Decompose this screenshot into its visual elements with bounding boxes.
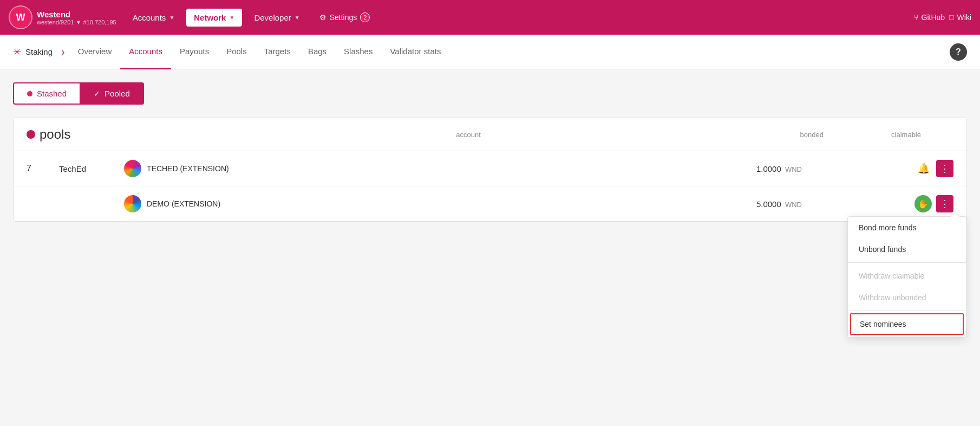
developer-chevron-icon: ▼ bbox=[295, 15, 300, 21]
logo-area[interactable]: W Westend westend/9201 ▼ #10,720,195 bbox=[9, 5, 116, 29]
settings-badge: 2 bbox=[360, 12, 370, 22]
github-btn[interactable]: ⑂ GitHub bbox=[914, 13, 945, 22]
node-info: westend/9201 ▼ #10,720,195 bbox=[37, 19, 116, 25]
check-icon: ✓ bbox=[94, 89, 100, 98]
table-row: 7 TechEd TECHED (EXTENSION) 1.0000 WND 🔔… bbox=[14, 151, 966, 186]
network-nav-btn[interactable]: Network ▼ bbox=[186, 9, 242, 27]
view-toggle-bar: Stashed ✓ Pooled bbox=[13, 82, 967, 105]
developer-nav-btn[interactable]: Developer ▼ bbox=[246, 9, 307, 27]
tab-pools[interactable]: Pools bbox=[218, 35, 256, 69]
accounts-nav-btn[interactable]: Accounts ▼ bbox=[125, 9, 182, 27]
staking-icon: ✳ bbox=[13, 46, 21, 58]
hand-icon-btn[interactable]: ✋ bbox=[914, 195, 932, 212]
pooled-toggle-btn[interactable]: ✓ Pooled bbox=[81, 82, 144, 105]
row-actions: 🔔 ⋮ bbox=[910, 160, 953, 177]
settings-nav-btn[interactable]: ⚙ Settings 2 bbox=[312, 8, 378, 27]
stashed-toggle-btn[interactable]: Stashed bbox=[13, 82, 81, 105]
staking-section-label: ✳ Staking bbox=[13, 46, 53, 58]
tab-targets[interactable]: Targets bbox=[256, 35, 299, 69]
main-content: Stashed ✓ Pooled pools account bonded cl… bbox=[0, 69, 980, 426]
settings-gear-icon: ⚙ bbox=[319, 13, 326, 22]
pools-table: pools account bonded claimable 7 TechEd … bbox=[13, 118, 967, 222]
accounts-chevron-icon: ▼ bbox=[169, 15, 174, 21]
logo-icon: W bbox=[9, 5, 32, 29]
tab-accounts[interactable]: Accounts bbox=[120, 35, 171, 69]
account-item-2: DEMO (EXTENSION) bbox=[124, 195, 715, 212]
network-name: Westend bbox=[37, 10, 116, 19]
help-button[interactable]: ? bbox=[950, 43, 967, 61]
wiki-icon: □ bbox=[949, 13, 953, 22]
tab-payouts[interactable]: Payouts bbox=[171, 35, 218, 69]
account-avatar-2 bbox=[124, 195, 141, 212]
menu-item-unbond[interactable]: Unbond funds bbox=[848, 238, 966, 260]
pool-number: 7 bbox=[27, 164, 59, 173]
table-row: DEMO (EXTENSION) 5.0000 WND ✋ ⋮ Bond mor… bbox=[14, 186, 966, 221]
pools-dot-icon bbox=[27, 130, 35, 139]
nav-arrow-icon: › bbox=[61, 46, 65, 58]
context-dropdown-menu: Bond more funds Unbond funds Withdraw cl… bbox=[847, 216, 966, 338]
menu-item-set-nominees[interactable]: Set nominees bbox=[850, 313, 964, 335]
pool-name: TechEd bbox=[59, 164, 124, 173]
account-name: TECHED (EXTENSION) bbox=[147, 164, 229, 173]
menu-divider-2 bbox=[848, 311, 966, 311]
tab-overview[interactable]: Overview bbox=[69, 35, 121, 69]
more-options-btn-2[interactable]: ⋮ bbox=[936, 195, 953, 212]
row-actions-2: ✋ ⋮ bbox=[910, 195, 953, 212]
logo-text: Westend westend/9201 ▼ #10,720,195 bbox=[37, 10, 116, 25]
account-avatar bbox=[124, 160, 141, 177]
tab-bags[interactable]: Bags bbox=[299, 35, 335, 69]
pool-accounts: TECHED (EXTENSION) bbox=[124, 160, 715, 177]
network-chevron-icon: ▼ bbox=[229, 15, 234, 21]
menu-item-withdraw-unbonded: Withdraw unbonded bbox=[848, 287, 966, 308]
bell-icon-btn[interactable]: 🔔 bbox=[916, 160, 932, 177]
tab-slashes[interactable]: Slashes bbox=[335, 35, 381, 69]
bonded-amount-2: 5.0000 WND bbox=[715, 199, 824, 209]
wiki-btn[interactable]: □ Wiki bbox=[949, 13, 971, 22]
tab-validator-stats[interactable]: Validator stats bbox=[381, 35, 449, 69]
bonded-amount: 1.0000 WND bbox=[715, 164, 824, 173]
top-navigation: W Westend westend/9201 ▼ #10,720,195 Acc… bbox=[0, 0, 980, 35]
menu-item-bond-more[interactable]: Bond more funds bbox=[848, 217, 966, 238]
dropdown-arrow-icon bbox=[951, 212, 959, 217]
account-item: TECHED (EXTENSION) bbox=[124, 160, 715, 177]
pools-section-label: pools bbox=[27, 127, 200, 142]
github-icon: ⑂ bbox=[914, 13, 918, 22]
pool-accounts-2: DEMO (EXTENSION) bbox=[124, 195, 715, 212]
col-header-bonded: bonded bbox=[737, 131, 845, 139]
menu-item-withdraw-claimable: Withdraw claimable bbox=[848, 265, 966, 287]
menu-divider bbox=[848, 262, 966, 263]
col-header-claimable: claimable bbox=[845, 131, 953, 139]
table-header: pools account bonded claimable bbox=[14, 118, 966, 151]
col-header-account: account bbox=[200, 131, 737, 139]
secondary-navigation: ✳ Staking › Overview Accounts Payouts Po… bbox=[0, 35, 980, 69]
stashed-dot-icon bbox=[27, 91, 32, 96]
more-options-btn[interactable]: ⋮ bbox=[936, 160, 953, 177]
account-name-2: DEMO (EXTENSION) bbox=[147, 199, 220, 208]
